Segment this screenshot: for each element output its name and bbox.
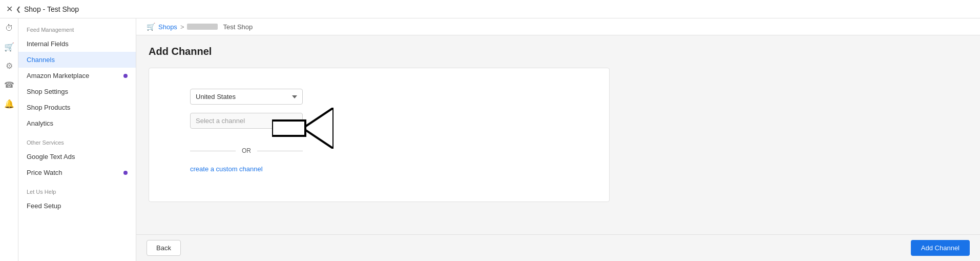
sidebar-item-channels[interactable]: Channels — [18, 52, 136, 68]
sidebar-icon-strip: ⏱ 🛒 ⚙ ☎ 🔔 — [0, 18, 18, 261]
sidebar-item-label: Shop Products — [27, 104, 70, 111]
topbar: ✕ ❮ Shop - Test Shop — [0, 0, 980, 18]
or-line-left — [190, 151, 236, 151]
feed-management-label: Feed Management — [18, 18, 136, 36]
back-chevron-icon[interactable]: ❮ — [16, 6, 21, 13]
channel-select[interactable]: Select a channel ▼ — [190, 113, 303, 129]
phone-icon[interactable]: ☎ — [4, 80, 14, 90]
sidebar-item-feed-setup[interactable]: Feed Setup — [18, 198, 136, 214]
let-us-help-label: Let Us Help — [18, 180, 136, 198]
topbar-title: Shop - Test Shop — [24, 5, 79, 13]
main-layout: ⏱ 🛒 ⚙ ☎ 🔔 Feed Management Internal Field… — [0, 18, 980, 261]
country-select[interactable]: United States Canada United Kingdom — [190, 89, 303, 105]
sidebar-item-price-watch[interactable]: Price Watch — [18, 165, 136, 180]
content-body: Add Channel United States Canada United … — [136, 35, 980, 234]
or-divider: OR — [190, 147, 303, 154]
sidebar-item-label: Internal Fields — [27, 40, 69, 48]
gear-icon[interactable]: ⚙ — [6, 61, 13, 71]
sidebar-item-shop-settings[interactable]: Shop Settings — [18, 84, 136, 99]
add-channel-button[interactable]: Add Channel — [911, 240, 970, 256]
svg-marker-0 — [303, 108, 333, 149]
content-footer: Back Add Channel — [136, 234, 980, 261]
breadcrumb-masked — [187, 24, 218, 30]
amazon-dot-badge — [123, 74, 128, 78]
or-text: OR — [242, 147, 251, 154]
sidebar-item-internal-fields[interactable]: Internal Fields — [18, 36, 136, 52]
breadcrumb-separator: > — [180, 23, 184, 31]
channel-select-placeholder: Select a channel — [196, 117, 292, 125]
cart-icon[interactable]: 🛒 — [4, 42, 14, 52]
sidebar-item-analytics[interactable]: Analytics — [18, 115, 136, 131]
close-button[interactable]: ✕ — [6, 4, 13, 14]
create-custom-group: create a custom channel — [190, 165, 568, 173]
clock-icon[interactable]: ⏱ — [5, 24, 13, 33]
or-line-right — [257, 151, 303, 151]
page-title: Add Channel — [149, 46, 968, 57]
sidebar-item-amazon-marketplace[interactable]: Amazon Marketplace — [18, 68, 136, 84]
sidebar-item-google-text-ads[interactable]: Google Text Ads — [18, 149, 136, 165]
sidebar-item-label: Shop Settings — [27, 88, 68, 95]
content-area: 🛒 Shops > Test Shop Add Channel United S… — [136, 18, 980, 261]
sidebar-item-label: Feed Setup — [27, 202, 61, 210]
price-watch-dot-badge — [123, 171, 128, 175]
channel-select-arrow-icon: ▼ — [292, 118, 297, 124]
breadcrumb-shops-link[interactable]: Shops — [158, 23, 177, 31]
sidebar-item-label: Amazon Marketplace — [27, 72, 89, 79]
back-button[interactable]: Back — [147, 240, 181, 256]
bell-icon[interactable]: 🔔 — [4, 99, 14, 109]
breadcrumb-cart-icon: 🛒 — [147, 23, 155, 31]
create-custom-channel-link[interactable]: create a custom channel — [190, 165, 263, 173]
sidebar: Feed Management Internal Fields Channels… — [18, 18, 136, 261]
sidebar-item-shop-products[interactable]: Shop Products — [18, 99, 136, 115]
sidebar-item-label: Google Text Ads — [27, 153, 75, 160]
channel-select-group: Select a channel ▼ — [190, 113, 303, 129]
add-channel-card: United States Canada United Kingdom Sele… — [149, 68, 610, 202]
sidebar-item-label: Analytics — [27, 119, 53, 127]
country-select-group: United States Canada United Kingdom — [190, 89, 568, 105]
breadcrumb: 🛒 Shops > Test Shop — [136, 18, 980, 35]
sidebar-item-label: Price Watch — [27, 169, 62, 176]
sidebar-item-label: Channels — [27, 56, 55, 64]
breadcrumb-current-shop: Test Shop — [223, 23, 253, 31]
other-services-label: Other Services — [18, 131, 136, 149]
